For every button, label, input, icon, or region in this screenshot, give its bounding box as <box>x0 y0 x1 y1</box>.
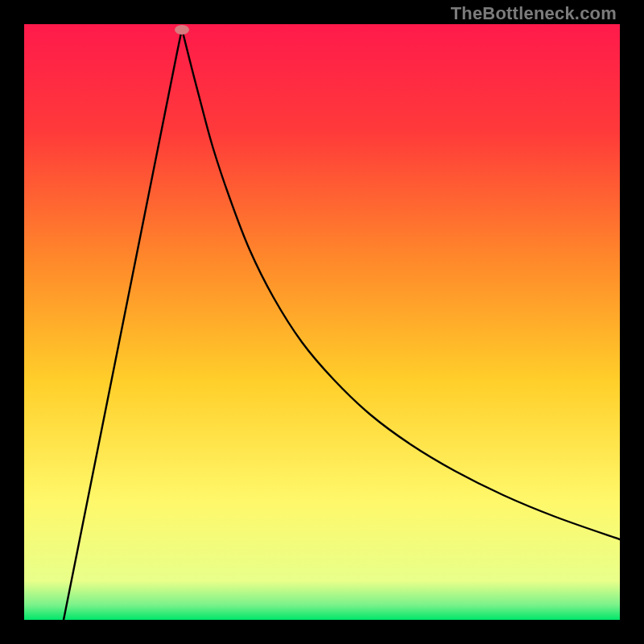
bottleneck-chart <box>24 24 620 620</box>
minimum-marker <box>175 25 189 35</box>
gradient-background <box>24 24 620 620</box>
watermark-text: TheBottleneck.com <box>451 3 617 24</box>
chart-frame <box>24 24 620 620</box>
